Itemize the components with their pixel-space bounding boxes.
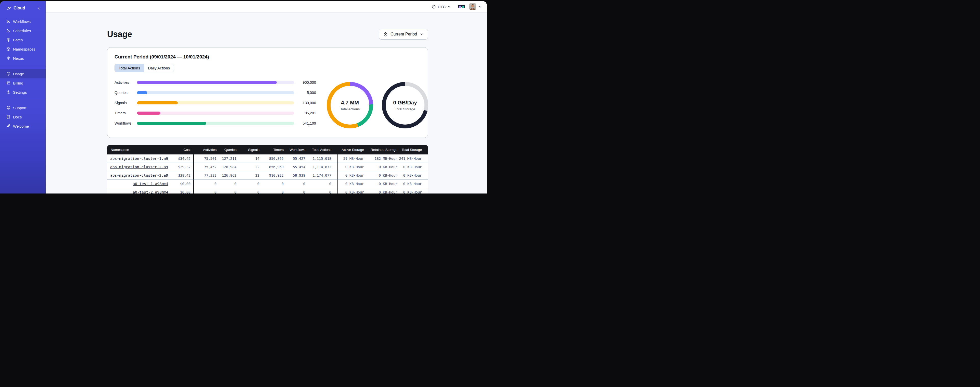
sidebar-group-account: Usage Billing Settings	[0, 68, 46, 98]
cloud-orbit-icon	[6, 6, 11, 11]
sidebar-item-workflows[interactable]: Workflows	[0, 17, 46, 26]
table-cell: 0	[237, 180, 259, 188]
settings-gear-icon	[6, 90, 11, 94]
table-cell: 0 KB-Hour	[398, 171, 428, 180]
table-cell: 0	[216, 188, 237, 194]
table-cell: 0 KB-Hour	[364, 163, 398, 171]
nexus-asterisk-icon	[6, 56, 11, 61]
tab-daily-actions[interactable]: Daily Actions	[144, 64, 174, 72]
bar-track	[137, 112, 294, 115]
sidebar-item-label: Support	[13, 106, 27, 110]
namespace-link[interactable]: abs-migration-cluster-1.a98mm4	[110, 157, 169, 161]
namespace-link[interactable]: a0-test-1.a98mm4	[133, 182, 169, 186]
bar-track	[137, 91, 294, 94]
col-retained-storage: Retained Storage	[364, 145, 398, 154]
main-area: UTC Usage Current Period	[46, 1, 487, 194]
bar-value: 900,000	[294, 80, 316, 85]
bar-fill	[137, 91, 147, 94]
welcome-rocket-icon	[6, 124, 11, 128]
sidebar-item-label: Billing	[13, 81, 23, 85]
bar-fill	[137, 81, 277, 84]
table-cell: 22	[237, 163, 259, 171]
actions-bar-chart: Activities 900,000 Queries 5,000 Signals	[115, 79, 316, 131]
col-workflows: Workflows	[284, 145, 305, 154]
table-cell: 0 KB-Hour	[398, 188, 428, 194]
sidebar-divider	[0, 66, 46, 66]
sidebar-item-support[interactable]: Support	[0, 103, 46, 112]
sidebar-header-cloud[interactable]: Cloud	[0, 1, 46, 15]
table-cell: 22	[237, 171, 259, 180]
stopwatch-icon	[383, 32, 388, 37]
table-cell: a0-test-2.a98mm4	[107, 188, 169, 194]
table-cell: 1,114,872	[305, 163, 337, 171]
sidebar-header-label: Cloud	[14, 6, 25, 10]
sidebar-item-namespaces[interactable]: Namespaces	[0, 45, 46, 54]
sidebar-item-usage[interactable]: Usage	[0, 69, 46, 78]
col-queries: Queries	[216, 145, 237, 154]
total-storage-value: 0 GB/Day	[393, 99, 417, 106]
table-cell: 59 MB-Hour	[337, 154, 364, 163]
bar-track	[137, 101, 294, 104]
col-activities: Activities	[193, 145, 216, 154]
sidebar-item-label: Nexus	[13, 56, 24, 61]
sidebar-item-welcome[interactable]: Welcome	[0, 122, 46, 131]
table-cell: 1,174,077	[305, 171, 337, 180]
tab-total-actions[interactable]: Total Actions	[115, 64, 144, 72]
nerd-glasses-icon[interactable]	[458, 5, 465, 9]
table-cell: 55,454	[284, 163, 305, 171]
table-cell: 75,452	[193, 163, 216, 171]
table-cell: 0 KB-Hour	[364, 188, 398, 194]
table-cell: 127,211	[216, 154, 237, 163]
table-row: abs-migration-cluster-3.a98mm4 $38.42 77…	[107, 171, 428, 180]
table-cell: 910,922	[259, 171, 284, 180]
workflows-icon	[6, 19, 11, 24]
bar-label: Activities	[115, 80, 137, 85]
bar-track	[137, 81, 294, 84]
table-cell: 0 KB-Hour	[337, 188, 364, 194]
table-cell: 58,939	[284, 171, 305, 180]
namespace-link[interactable]: abs-migration-cluster-3.a98mm4	[110, 173, 169, 178]
table-cell: 0 KB-Hour	[398, 180, 428, 188]
account-chevron-down-icon[interactable]	[478, 5, 482, 9]
total-storage-label: Total Storage	[395, 107, 415, 111]
period-selector-button[interactable]: Current Period	[379, 29, 428, 40]
table-cell: 0	[259, 180, 284, 188]
clock-icon	[431, 5, 436, 9]
sidebar-item-billing[interactable]: Billing	[0, 78, 46, 88]
bar-value: 5,000	[294, 91, 316, 95]
content: Usage Current Period Current Period (09/…	[46, 13, 487, 194]
table-cell: 0 KB-Hour	[364, 180, 398, 188]
sidebar-item-docs[interactable]: Docs	[0, 112, 46, 122]
timezone-selector[interactable]: UTC	[431, 5, 451, 9]
sidebar-item-label: Schedules	[13, 29, 31, 33]
table-cell: $34.42	[169, 154, 193, 163]
chevron-left-icon[interactable]	[37, 6, 41, 10]
sidebar-item-nexus[interactable]: Nexus	[0, 54, 46, 63]
sidebar-item-schedules[interactable]: Schedules	[0, 26, 46, 35]
table-cell: 0	[237, 188, 259, 194]
bar-row-activities: Activities 900,000	[115, 80, 316, 85]
namespace-link[interactable]: abs-migration-cluster-2.a98mm4	[110, 165, 169, 169]
avatar[interactable]	[469, 3, 476, 10]
total-actions-label: Total Actions	[340, 107, 360, 111]
bar-value: 85,201	[294, 111, 316, 115]
table-cell: $38.42	[169, 171, 193, 180]
bar-value: 541,109	[294, 121, 316, 125]
total-actions-value: 4.7 MM	[341, 99, 359, 106]
col-active-storage: Active Storage	[337, 145, 364, 154]
sidebar-item-label: Docs	[13, 115, 22, 119]
table-cell: 241 MB-Hour	[398, 154, 428, 163]
bar-fill	[137, 122, 206, 125]
sidebar-group-main: Workflows Schedules Batch Namespaces Nex…	[0, 15, 46, 64]
sidebar-item-label: Namespaces	[13, 47, 35, 51]
usage-gauge-icon	[6, 72, 11, 76]
actions-tabs: Total Actions Daily Actions	[115, 64, 174, 72]
sidebar-item-batch[interactable]: Batch	[0, 35, 46, 45]
bar-row-signals: Signals 130,000	[115, 101, 316, 105]
app-window: Cloud Workflows Schedules Batch Namespac…	[0, 1, 487, 194]
col-signals: Signals	[237, 145, 259, 154]
namespace-link[interactable]: a0-test-2.a98mm4	[133, 190, 169, 194]
table-cell: 77,332	[193, 171, 216, 180]
table-cell: 856,960	[259, 163, 284, 171]
sidebar-item-settings[interactable]: Settings	[0, 88, 46, 97]
